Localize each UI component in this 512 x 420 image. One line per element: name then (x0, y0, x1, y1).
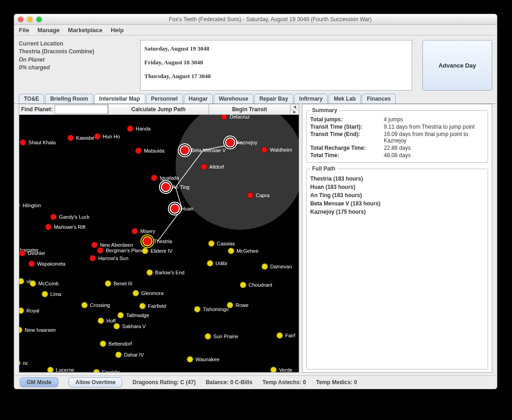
planet: Glenmora (132, 290, 163, 296)
titlebar[interactable]: Fox's Teeth (Federated Suns) - Saturday,… (14, 14, 497, 25)
planet: Tishomingo (194, 306, 228, 312)
planet: Hun Ho (94, 133, 120, 140)
menu-manage[interactable]: Manage (37, 27, 59, 34)
planet: Kawabe (68, 135, 95, 141)
planet: Misery (131, 228, 155, 234)
planet: Altdorf (201, 164, 224, 170)
path-panel: Summary Total jumps:4 jumps Transit Time… (302, 104, 492, 373)
planet: Franklin (93, 369, 120, 372)
planet: Hoff (98, 318, 116, 324)
planet: Hlington (19, 202, 41, 209)
planet: Cassias (208, 240, 235, 247)
status-astechs: Temp Astechs: 0 (262, 379, 306, 386)
tab-hangar[interactable]: Hangar (184, 94, 213, 103)
planet: Gandy's Luck (50, 214, 89, 220)
planet: nc (19, 360, 28, 366)
tab-mek-lab[interactable]: Mek Lab (329, 94, 361, 103)
close-icon[interactable] (18, 17, 23, 22)
planet: Deshler (19, 250, 45, 256)
calculate-jump-button[interactable]: Calculate Jump Path (108, 104, 209, 114)
planet: Fairfield (139, 303, 166, 309)
planet: Royal (19, 307, 40, 314)
planet: Shaul Khala (20, 139, 56, 146)
planet: Waldheim (261, 147, 292, 153)
planet: Capra (247, 192, 270, 199)
map-panel: Find Planet: Calculate Jump Path Begin T… (19, 104, 299, 373)
planet: Dahar IV (115, 352, 144, 358)
status-balance: Balance: 0 C-Bills (206, 379, 252, 386)
location-state: On Planet (19, 56, 134, 64)
planet-selected: Beta Mensae V (181, 146, 226, 154)
menu-marketplace[interactable]: Marketplace (68, 27, 102, 34)
find-planet-input[interactable] (55, 105, 108, 114)
planet: Udibi (207, 260, 227, 267)
path-step: Beta Mensae V (183 hours) (310, 199, 484, 208)
tab-finances[interactable]: Finances (362, 94, 396, 103)
jump-radius (176, 115, 299, 230)
planet: McGehee (228, 248, 259, 254)
tab-repair-bay[interactable]: Repair Bay (254, 94, 293, 103)
planet: Lucerne (47, 367, 74, 372)
planet: Harrow's Sun (90, 255, 129, 261)
arrow-right-icon[interactable]: ▶ (290, 110, 299, 114)
planet: Choudrant (240, 282, 272, 288)
path-step: Kaznejoy (175 hours) (310, 208, 484, 216)
menubar: File Manage Marketplace Help (14, 25, 497, 35)
full-path-box: Full Path Thestria (183 hours) Huan (183… (306, 165, 488, 369)
daily-log[interactable]: Saturday, August 19 3048 Friday, August … (140, 40, 412, 91)
planet-waypoint: An Ting (162, 183, 189, 191)
planet: Delacruz (221, 115, 250, 120)
path-step: Huan (183 hours) (310, 183, 484, 191)
planet: Wapakoneta (28, 261, 65, 267)
planet: Benet III (105, 280, 132, 287)
tab-briefing[interactable]: Briefing Room (45, 94, 93, 103)
location-place: Thestria (Draconis Combine) (19, 48, 134, 56)
current-location: Current Location Thestria (Draconis Comb… (19, 40, 134, 91)
planet: Bettendorf (100, 341, 132, 347)
planet: Lima (42, 291, 62, 297)
menu-help[interactable]: Help (111, 27, 124, 34)
tab-personnel[interactable]: Personnel (146, 94, 183, 103)
planet: Rowe (227, 302, 248, 308)
path-step: An Ting (183 hours) (310, 191, 484, 199)
tab-interstellar-map[interactable]: Interstellar Map (94, 94, 145, 103)
tab-infirmary[interactable]: Infirmary (294, 94, 328, 103)
planet: Handa (127, 125, 150, 132)
planet: Barlow's End (147, 269, 185, 276)
star-map[interactable]: Delacruz Handa Hun Ho Kawabe Shaul Khala… (19, 115, 299, 372)
planet: Marlowe's Rift (45, 224, 85, 230)
advance-day-button[interactable]: Advance Day (422, 40, 492, 91)
app-window: Fox's Teeth (Federated Suns) - Saturday,… (14, 14, 497, 389)
summary-title: Summary (310, 107, 339, 114)
begin-transit-button[interactable]: Begin Transit (209, 104, 290, 114)
tab-warehouse[interactable]: Warehouse (214, 94, 253, 103)
planet: Sun Prairie (205, 333, 238, 340)
planet: Waunakee (187, 356, 219, 363)
log-entry: Thursday, August 17 3048 (144, 73, 408, 80)
planet: Igualada (151, 175, 179, 181)
status-bar: GM Mode Allow Overtime Dragoons Rating: … (14, 375, 497, 389)
planet: McComb (29, 280, 58, 287)
find-planet-label: Find Planet: (19, 106, 55, 113)
allow-overtime-button[interactable]: Allow Overtime (68, 377, 122, 387)
arrow-left-icon[interactable]: ◀ (290, 105, 299, 110)
planet: Sakhara V (114, 323, 146, 329)
path-step: Thestria (183 hours) (310, 175, 484, 183)
status-medics: Temp Medics: 0 (316, 379, 357, 386)
zoom-icon[interactable] (36, 17, 42, 22)
planet: Tallmadge (117, 312, 149, 318)
planet-origin: Thestria (143, 237, 172, 245)
tab-toe[interactable]: TO&E (19, 94, 44, 103)
map-pan-arrows[interactable]: ◀ ▶ (290, 105, 299, 114)
log-entry: Friday, August 18 3048 (144, 59, 408, 66)
log-entry: Saturday, August 19 3048 (144, 45, 408, 52)
planet: Fairf (277, 332, 296, 339)
menu-file[interactable]: File (19, 27, 29, 34)
location-heading: Current Location (19, 40, 134, 48)
minimize-icon[interactable] (27, 17, 33, 22)
planet-waypoint: Huan (171, 204, 193, 213)
gm-mode-button[interactable]: GM Mode (20, 377, 58, 387)
summary-box: Summary Total jumps:4 jumps Transit Time… (306, 107, 488, 163)
planet: Elidere IV (142, 248, 173, 254)
planet: Matsuida (135, 148, 165, 154)
